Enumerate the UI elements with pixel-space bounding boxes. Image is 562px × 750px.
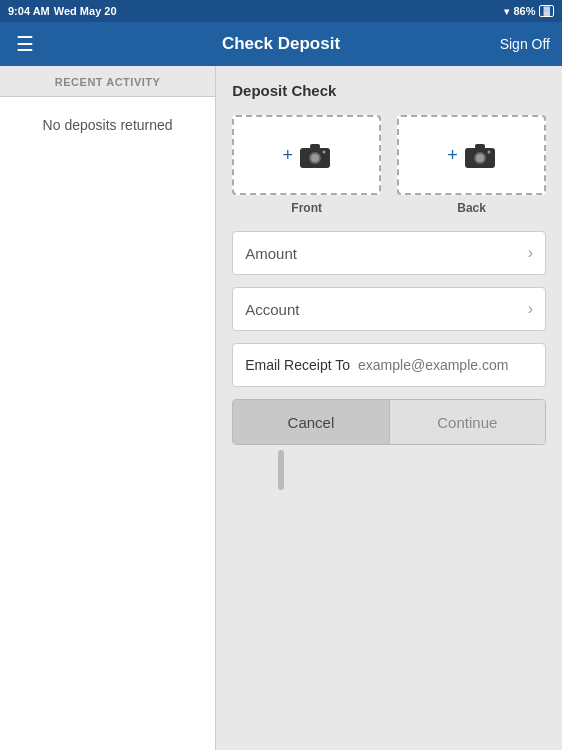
account-field[interactable]: Account › — [232, 287, 546, 331]
svg-point-2 — [311, 154, 319, 162]
back-plus-icon: + — [447, 145, 458, 166]
right-panel: Deposit Check + Front + — [216, 66, 562, 750]
svg-rect-3 — [310, 144, 320, 149]
battery-display: 86% — [513, 5, 535, 17]
svg-point-4 — [322, 151, 325, 154]
date-display: Wed May 20 — [54, 5, 117, 17]
back-photo-card: + Back — [397, 115, 546, 215]
time-display: 9:04 AM — [8, 5, 50, 17]
nav-bar: ☰ Check Deposit Sign Off — [0, 22, 562, 66]
sign-off-button[interactable]: Sign Off — [500, 36, 550, 52]
email-receipt-label: Email Receipt To — [245, 357, 350, 373]
front-label: Front — [291, 201, 322, 215]
scroll-indicator — [278, 450, 284, 490]
status-left: 9:04 AM Wed May 20 — [8, 5, 117, 17]
front-photo-card: + Front — [232, 115, 381, 215]
front-photo-button[interactable]: + — [232, 115, 381, 195]
wifi-icon: ▾ — [504, 6, 509, 17]
svg-point-9 — [487, 151, 490, 154]
account-chevron-icon: › — [528, 300, 533, 318]
back-photo-button[interactable]: + — [397, 115, 546, 195]
status-bar: 9:04 AM Wed May 20 ▾ 86% ▓ — [0, 0, 562, 22]
action-row: Cancel Continue — [232, 399, 546, 445]
continue-button[interactable]: Continue — [390, 400, 545, 444]
amount-field[interactable]: Amount › — [232, 231, 546, 275]
cancel-button[interactable]: Cancel — [233, 400, 389, 444]
amount-chevron-icon: › — [528, 244, 533, 262]
menu-button[interactable]: ☰ — [12, 30, 38, 58]
front-camera-icon — [299, 141, 331, 169]
back-label: Back — [457, 201, 486, 215]
amount-label: Amount — [245, 245, 297, 262]
email-receipt-row: Email Receipt To — [232, 343, 546, 387]
main-layout: RECENT ACTIVITY No deposits returned Dep… — [0, 66, 562, 750]
status-right: ▾ 86% ▓ — [504, 5, 554, 17]
account-label: Account — [245, 301, 299, 318]
no-deposits-message: No deposits returned — [0, 97, 215, 750]
left-panel: RECENT ACTIVITY No deposits returned — [0, 66, 216, 750]
battery-icon: ▓ — [539, 5, 554, 17]
recent-activity-header: RECENT ACTIVITY — [0, 66, 215, 97]
back-camera-icon — [464, 141, 496, 169]
front-plus-icon: + — [282, 145, 293, 166]
svg-point-7 — [476, 154, 484, 162]
page-title: Check Deposit — [222, 34, 340, 54]
email-input[interactable] — [358, 357, 533, 373]
deposit-check-title: Deposit Check — [232, 82, 546, 99]
svg-rect-8 — [475, 144, 485, 149]
photo-row: + Front + — [232, 115, 546, 215]
